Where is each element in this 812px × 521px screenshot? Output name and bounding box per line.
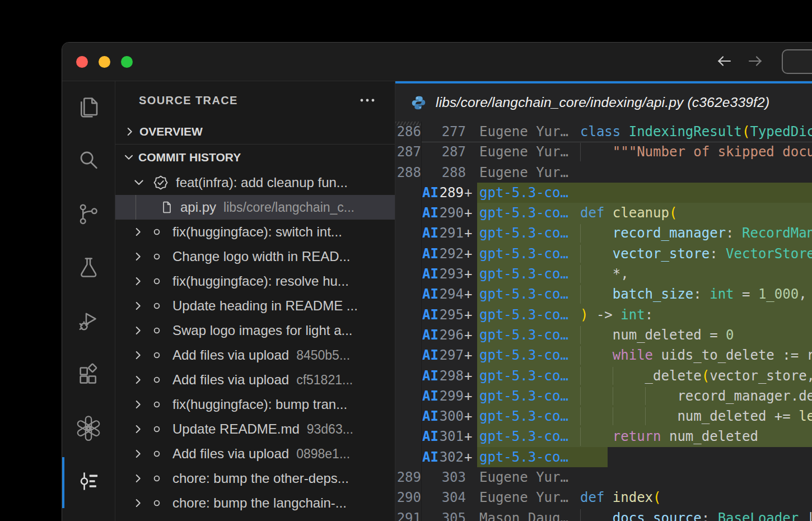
code-line-ai-added[interactable]: AI295+gpt-5.3-co…) -> int: [395, 305, 812, 325]
code-token: uids_to_delete [653, 347, 782, 363]
diff-added-sign: + [464, 305, 472, 325]
back-arrow-icon[interactable] [716, 55, 733, 68]
tree-commit-row[interactable]: chore: bump the other-deps... [115, 466, 395, 491]
code-line-ai-added[interactable]: AI292+gpt-5.3-co… vector_store: VectorSt… [395, 244, 812, 264]
source-trace-activity-button[interactable] [62, 456, 115, 510]
code-line-ai-added[interactable]: AI296+gpt-5.3-co… num_deleted = 0 [395, 325, 812, 345]
code-line[interactable]: 291305Mason Daug… docs_source: BaseLoade… [395, 508, 812, 521]
old-line-number: 289 [395, 467, 421, 487]
blame-model-label: gpt-5.3-co… [479, 305, 570, 325]
blame-model-label: gpt-5.3-co… [479, 244, 570, 264]
command-center-search-box[interactable] [782, 49, 812, 74]
close-button[interactable] [76, 56, 88, 68]
code-token: """Number of skipped documents. [613, 144, 812, 160]
code-token: vector_store, [710, 368, 812, 384]
tree-item-label: Update heading in README ... [172, 298, 358, 314]
code-token: docs_source [613, 510, 702, 521]
code-line-ai-added[interactable]: AI293+gpt-5.3-co… *, [395, 264, 812, 284]
diff-added-sign: + [464, 345, 472, 365]
diff-added-sign: + [464, 203, 472, 223]
source-control-activity-button[interactable] [62, 188, 115, 242]
tree-commit-row[interactable]: chore: bump the langchain-... [115, 491, 395, 515]
extensions-activity-button[interactable] [62, 349, 115, 403]
forward-arrow-icon[interactable] [748, 55, 764, 68]
run-debug-activity-button[interactable] [62, 295, 115, 349]
ai-author-tag: AI [422, 223, 438, 243]
code-line-ai-added[interactable]: AI302+gpt-5.3-co… [395, 447, 812, 467]
tree-commit-row[interactable]: Add files via upload0898e1... [115, 441, 395, 466]
minimize-button[interactable] [99, 56, 110, 68]
code-line-ai-added[interactable]: AI297+gpt-5.3-co… while uids_to_delete :… [395, 345, 812, 365]
section-commit-history[interactable]: COMMIT HISTORY [115, 145, 395, 170]
code-token: = [742, 286, 750, 302]
tree-commit-row[interactable]: Update heading in README ... [115, 294, 395, 318]
code-line[interactable]: 290304Eugene Yur…def index( [395, 487, 812, 508]
chevron-right-icon [132, 398, 144, 411]
blame-model-label: gpt-5.3-co… [479, 223, 570, 243]
code-line[interactable]: 287287Eugene Yur… """Number of skipped d… [395, 142, 812, 162]
line-number: 300 [439, 406, 464, 426]
code-token [750, 286, 758, 302]
search-activity-button[interactable] [62, 135, 115, 189]
python-icon [411, 95, 426, 110]
tree-item-label: Add files via upload [172, 347, 289, 363]
code-line-ai-added[interactable]: AI290+gpt-5.3-co…def cleanup( [395, 203, 812, 223]
code-line[interactable]: 288288Eugene Yur… [395, 162, 812, 183]
editor-tab[interactable]: libs/core/langchain_core/indexing/api.py… [395, 81, 812, 122]
diff-added-sign: + [464, 447, 472, 467]
code-line[interactable]: 286277Eugene Yur…class IndexingResult(Ty… [395, 122, 812, 142]
tree-commit-row[interactable]: fix(huggingface): switch int... [115, 220, 395, 244]
sidebar-header: SOURCE TRACE [115, 81, 395, 119]
hunk-separator [422, 142, 812, 142]
tree-item-label: api.py [180, 199, 216, 215]
tree-commit-row[interactable]: feat(infra): add cleanup fun... [115, 170, 395, 195]
code-line-ai-added[interactable]: AI289+gpt-5.3-co… [395, 183, 812, 203]
tree-commit-row[interactable]: Swap logo images for light a... [115, 318, 395, 343]
code-token [580, 429, 613, 444]
chevron-right-icon [132, 374, 144, 386]
test-beaker-activity-button[interactable] [62, 242, 115, 296]
code-token: vector_store [613, 246, 710, 262]
code-line-ai-added[interactable]: AI294+gpt-5.3-co… batch_size: int = 1_00… [395, 284, 812, 304]
code-token [580, 246, 613, 262]
chevron-right-icon [132, 448, 144, 460]
section-overview-label: OVERVIEW [139, 125, 203, 138]
tree-commit-row[interactable]: Update README.md93d63... [115, 417, 395, 441]
openai-activity-button[interactable] [62, 402, 115, 456]
blame-model-label: gpt-5.3-co… [479, 366, 570, 386]
diff-added-sign: + [464, 284, 472, 304]
tree-file-row[interactable]: api.pylibs/core/langchain_c... [115, 195, 395, 220]
code-token [580, 286, 613, 302]
commit-dot-icon [151, 325, 162, 336]
ellipsis-icon[interactable] [360, 98, 375, 103]
tree-commit-row[interactable]: Add files via upload8450b5... [115, 343, 395, 368]
code-line-ai-added[interactable]: AI298+gpt-5.3-co… _delete(vector_store, [395, 366, 812, 386]
openai-icon [76, 415, 101, 443]
tree-item-label: Update README.md [172, 421, 300, 437]
section-overview[interactable]: OVERVIEW [115, 119, 395, 145]
tree-commit-row[interactable]: fix(huggingface): resolve hu... [115, 269, 395, 294]
blame-author-label: Eugene Yur… [479, 122, 570, 142]
code-line-ai-added[interactable]: AI300+gpt-5.3-co… num_deleted += len(uid… [395, 406, 812, 426]
tree-commit-row[interactable]: fix(huggingface): bump tran... [115, 392, 395, 417]
code-line-ai-added[interactable]: AI301+gpt-5.3-co… return num_deleted [395, 426, 812, 446]
explorer-icon [76, 94, 101, 122]
chevron-right-icon [132, 423, 144, 435]
tree-commit-row[interactable]: Add files via uploadcf51821... [115, 368, 395, 392]
code-token: _delete [580, 368, 702, 384]
code-token: BaseLoader [718, 510, 799, 521]
code-token: ) [580, 307, 588, 323]
code-line-ai-added[interactable]: AI291+gpt-5.3-co… record_manager: Record… [395, 223, 812, 243]
maximize-button[interactable] [121, 56, 133, 68]
code-line-ai-added[interactable]: AI299+gpt-5.3-co… record_manager.delete_… [395, 386, 812, 406]
code-line[interactable]: 289303Eugene Yur… [395, 467, 812, 487]
new-line-number: 303 [421, 467, 466, 487]
blame-author-label: Eugene Yur… [479, 142, 570, 162]
diff-added-sign: + [464, 244, 472, 264]
line-number: 290 [439, 203, 464, 223]
explorer-activity-button[interactable] [62, 81, 115, 135]
chevron-down-icon [132, 176, 146, 189]
chevron-right-icon [132, 226, 144, 238]
tree-commit-row[interactable]: Change logo width in READ... [115, 244, 395, 269]
tree-indent-guide [136, 195, 136, 220]
